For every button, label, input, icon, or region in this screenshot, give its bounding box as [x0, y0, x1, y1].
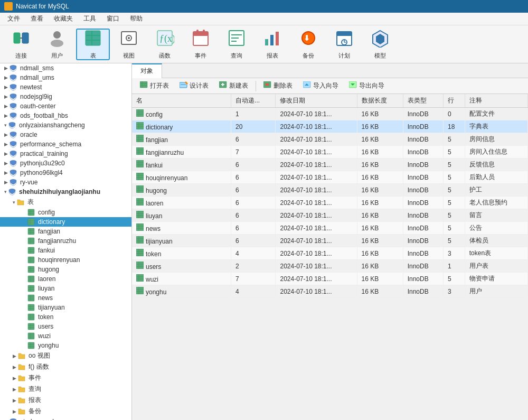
sidebar-item-ry-vue[interactable]: ▶ry-vue	[0, 178, 131, 187]
col-header-4[interactable]: 表类型	[403, 94, 443, 108]
sidebar-item-users[interactable]: users	[0, 322, 131, 331]
expand-arrow[interactable]: ▶	[4, 94, 8, 99]
toolbar2-btn-export[interactable]: 导出向导	[344, 80, 389, 92]
toolbar-btn-view[interactable]: 视图	[112, 29, 146, 60]
sidebar-item-事件[interactable]: ▶事件	[0, 372, 131, 384]
sidebar-item-fankui[interactable]: fankui	[0, 246, 131, 255]
table-row[interactable]: fankui62024-07-10 18:1...16 KBInnoDB5反馈信…	[132, 158, 528, 171]
table-row[interactable]: config12024-07-10 18:1...16 KBInnoDB0配置文…	[132, 108, 528, 120]
expand-arrow[interactable]: ▶	[4, 151, 8, 156]
sidebar-item-config[interactable]: config	[0, 208, 131, 217]
sidebar-item-tijianyuan[interactable]: tijianyuan	[0, 303, 131, 312]
col-header-3[interactable]: 数据长度	[357, 94, 403, 108]
expand-arrow[interactable]: ▶	[13, 387, 16, 392]
sidebar-item-查询[interactable]: ▶查询	[0, 384, 131, 395]
toolbar2-btn-open-table[interactable]: 打开表	[135, 80, 174, 92]
table-row[interactable]: wuzi72024-07-10 18:1...16 KBInnoDB5物资申请	[132, 273, 528, 285]
table-row[interactable]: fangjianruzhu72024-07-10 18:1...16 KBInn…	[132, 146, 528, 158]
toolbar-btn-table[interactable]: 表	[76, 29, 110, 60]
sidebar-item-表[interactable]: ▾表	[0, 197, 131, 208]
table-row[interactable]: fangjian62024-07-10 18:1...16 KBInnoDB5房…	[132, 133, 528, 146]
sidebar-item-news[interactable]: news	[0, 293, 131, 303]
toolbar2-btn-delete-table[interactable]: 删除表	[259, 80, 297, 92]
sidebar-item-wuzi[interactable]: wuzi	[0, 331, 131, 341]
sidebar-item-ndmall_sms[interactable]: ▶ndmall_sms	[0, 63, 131, 73]
menu-item-工具[interactable]: 工具	[78, 13, 101, 24]
sidebar-item-fangjian[interactable]: fangjian	[0, 227, 131, 236]
sidebar-item-practical_training[interactable]: ▶practical_training	[0, 149, 131, 158]
expand-arrow[interactable]: ▶	[4, 132, 8, 137]
menu-item-收藏夹[interactable]: 收藏夹	[49, 13, 78, 24]
table-row[interactable]: news62024-07-10 18:1...16 KBInnoDB5公告	[132, 222, 528, 235]
sidebar-item-yonghu[interactable]: yonghu	[0, 341, 131, 350]
menu-item-查看[interactable]: 查看	[25, 13, 49, 24]
expand-arrow[interactable]: ▶	[4, 170, 8, 175]
toolbar-btn-schedule[interactable]: 计划	[327, 29, 361, 60]
toolbar2-btn-design-table[interactable]: 设计表	[175, 80, 213, 92]
sidebar-item-hugong[interactable]: hugong	[0, 265, 131, 274]
toolbar-btn-connect[interactable]: 连接	[4, 29, 38, 60]
expand-arrow[interactable]: ▶	[4, 85, 8, 90]
col-header-2[interactable]: 修改日期	[276, 94, 357, 108]
menu-item-帮助[interactable]: 帮助	[125, 13, 148, 24]
expand-arrow[interactable]: ▶	[4, 66, 8, 71]
expand-arrow[interactable]: ▶	[13, 376, 16, 381]
sidebar-item-pythono96lkgl4[interactable]: ▶pythono96lkgl4	[0, 168, 131, 178]
expand-arrow[interactable]: ▶	[13, 398, 16, 403]
menu-item-窗口[interactable]: 窗口	[101, 13, 125, 24]
table-row[interactable]: dictionary202024-07-10 18:1...16 KBInnoD…	[132, 120, 528, 133]
sidebar-item-oauth-center[interactable]: ▶oauth-center	[0, 101, 131, 111]
toolbar-btn-model[interactable]: 模型	[363, 29, 397, 60]
col-header-0[interactable]: 名	[132, 94, 231, 108]
table-row[interactable]: users22024-07-10 18:1...16 KBInnoDB1用户表	[132, 260, 528, 273]
toolbar-btn-backup[interactable]: ⬇备份	[291, 29, 325, 60]
table-row[interactable]: liuyan62024-07-10 18:1...16 KBInnoDB5留言	[132, 209, 528, 222]
col-header-1[interactable]: 自动递...	[231, 94, 276, 108]
toolbar2-btn-import[interactable]: 导入向导	[298, 80, 343, 92]
sidebar-item-pythonju3u29c0[interactable]: ▶pythonju3u29c0	[0, 158, 131, 168]
table-row[interactable]: houqinrenyuan62024-07-10 18:1...16 KBInn…	[132, 171, 528, 184]
menu-item-文件[interactable]: 文件	[2, 13, 25, 24]
table-row[interactable]: laoren62024-07-10 18:1...16 KBInnoDB5老人信…	[132, 197, 528, 209]
sidebar-item-houqinrenyuan[interactable]: houqinrenyuan	[0, 255, 131, 265]
sidebar-item-备份[interactable]: ▶备份	[0, 406, 131, 417]
sidebar-item-fangjianruzhu[interactable]: fangjianruzhu	[0, 236, 131, 246]
sidebar-item-dictionary[interactable]: dictionary	[0, 217, 131, 227]
sidebar-item-视图[interactable]: ▶oo 视图	[0, 350, 131, 361]
toolbar-btn-report[interactable]: 报表	[256, 29, 289, 60]
sidebar-item-study-mysql[interactable]: ▶study-mysql	[0, 417, 131, 420]
toolbar2-btn-new-table[interactable]: 新建表	[214, 80, 253, 92]
sidebar-item-ndmall_ums[interactable]: ▶ndmall_ums	[0, 73, 131, 82]
expand-arrow[interactable]: ▶	[4, 142, 8, 147]
expand-arrow[interactable]: ▶	[13, 353, 16, 359]
expand-arrow[interactable]: ▶	[4, 75, 8, 80]
sidebar-item-onlyzaixianshangcheng[interactable]: ▾onlyzaixianshangcheng	[0, 120, 131, 130]
sidebar-item-newtest[interactable]: ▶newtest	[0, 82, 131, 92]
toolbar-btn-user[interactable]: 用户	[40, 29, 74, 60]
toolbar-btn-query[interactable]: 查询	[220, 29, 253, 60]
table-row[interactable]: tijianyuan62024-07-10 18:1...16 KBInnoDB…	[132, 235, 528, 247]
expand-arrow[interactable]: ▶	[13, 409, 16, 414]
expand-arrow[interactable]: ▶	[13, 365, 16, 370]
tab-对象[interactable]: 对象	[132, 63, 162, 78]
expand-arrow[interactable]: ▶	[4, 104, 8, 109]
expand-arrow[interactable]: ▾	[13, 200, 15, 205]
sidebar-item-laoren[interactable]: laoren	[0, 274, 131, 284]
sidebar-item-ods_football_hbs[interactable]: ▶ods_football_hbs	[0, 111, 131, 120]
toolbar-btn-func[interactable]: ƒ(x)函数	[148, 29, 182, 60]
table-row[interactable]: token42024-07-10 18:1...16 KBInnoDB3toke…	[132, 247, 528, 260]
expand-arrow[interactable]: ▾	[4, 189, 7, 194]
expand-arrow[interactable]: ▶	[4, 161, 8, 166]
toolbar-btn-event[interactable]: 事件	[184, 29, 218, 60]
col-header-5[interactable]: 行	[444, 94, 465, 108]
table-row[interactable]: yonghu42024-07-10 18:1...16 KBInnoDB3用户	[132, 285, 528, 298]
sidebar-item-oracle[interactable]: ▶oracle	[0, 130, 131, 139]
sidebar-item-函数[interactable]: ▶f() 函数	[0, 361, 131, 372]
expand-arrow[interactable]: ▾	[4, 123, 7, 128]
sidebar-item-nodejsgl9ig[interactable]: ▶nodejsgl9ig	[0, 92, 131, 101]
col-header-6[interactable]: 注释	[465, 94, 527, 108]
sidebar-item-token[interactable]: token	[0, 312, 131, 322]
expand-arrow[interactable]: ▶	[4, 180, 8, 185]
expand-arrow[interactable]: ▶	[4, 113, 8, 118]
sidebar-item-报表[interactable]: ▶报表	[0, 395, 131, 406]
